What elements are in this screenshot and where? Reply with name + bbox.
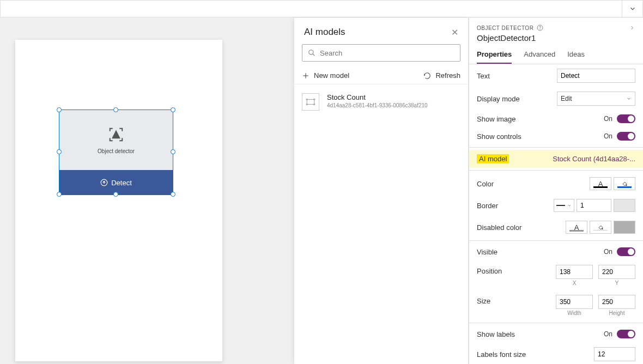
- svg-rect-5: [307, 100, 314, 105]
- prop-size-inputs: Width Height: [556, 295, 635, 316]
- prop-visible-label: Visible: [477, 248, 498, 256]
- new-model-label: New model: [314, 71, 349, 80]
- formula-bar: [0, 0, 643, 17]
- prop-text: Text: [469, 64, 643, 87]
- border-style-select[interactable]: [554, 199, 574, 212]
- size-width-input[interactable]: [556, 295, 593, 309]
- selection-handle[interactable]: [171, 107, 175, 112]
- model-item-text: Stock Count 4d14aa28-c581-4bf1-9336-0086…: [327, 93, 428, 111]
- prop-show-image: Show image On: [469, 110, 643, 128]
- component-name[interactable]: ObjectDetector1: [477, 33, 635, 43]
- prop-ai-model-value: Stock Count (4d14aa28-...: [553, 155, 635, 163]
- border-width-input[interactable]: [577, 199, 611, 212]
- prop-show-labels-value: On: [604, 330, 612, 338]
- model-item-name: Stock Count: [327, 93, 428, 101]
- selection-handle[interactable]: [171, 192, 175, 197]
- prop-show-labels-toggle-wrap: On: [604, 330, 635, 338]
- ai-models-header: AI models ✕: [294, 18, 468, 44]
- tab-properties[interactable]: Properties: [477, 50, 512, 64]
- refresh-button[interactable]: Refresh: [423, 71, 460, 80]
- prop-visible-toggle[interactable]: [617, 247, 635, 256]
- disabled-font-color-chip[interactable]: A: [566, 221, 587, 234]
- model-thumbnail: [302, 93, 319, 111]
- close-icon[interactable]: ✕: [451, 27, 458, 38]
- prop-display-mode-label: Display mode: [477, 95, 520, 103]
- prop-show-controls-toggle-wrap: On: [604, 132, 635, 141]
- prop-color-chips: A: [590, 177, 635, 190]
- prop-color-label: Color: [477, 180, 494, 188]
- refresh-icon: [423, 72, 431, 80]
- position-y-input[interactable]: [598, 265, 635, 279]
- search-box[interactable]: [302, 44, 460, 62]
- svg-point-8: [306, 104, 307, 105]
- prop-ai-model[interactable]: AI model Stock Count (4d14aa28-...: [469, 150, 643, 168]
- prop-show-labels-toggle[interactable]: [617, 330, 635, 338]
- prop-show-labels-label: Show labels: [477, 330, 515, 338]
- chevron-down-icon: [567, 203, 572, 208]
- prop-labels-font-size-label: Labels font size: [477, 350, 526, 359]
- prop-disabled-color-chips: A: [566, 221, 635, 234]
- selection-handle[interactable]: [171, 149, 175, 154]
- prop-size-label: Size: [477, 295, 490, 305]
- object-detector-control[interactable]: Object detector Detect: [59, 110, 173, 195]
- position-x-input[interactable]: [556, 265, 593, 279]
- detect-button-label: Detect: [111, 179, 132, 187]
- prop-visible-toggle-wrap: On: [604, 247, 635, 256]
- model-item-id: 4d14aa28-c581-4bf1-9336-0086c38af210: [327, 102, 428, 108]
- formula-dropdown[interactable]: [622, 0, 642, 17]
- selection-handle[interactable]: [113, 107, 118, 112]
- model-item-stock-count[interactable]: Stock Count 4d14aa28-c581-4bf1-9336-0086…: [294, 84, 468, 119]
- camera-frame-icon: [108, 126, 124, 143]
- prop-show-image-label: Show image: [477, 115, 516, 123]
- font-color-chip[interactable]: A: [590, 177, 611, 190]
- properties-panel: OBJECT DETECTOR ObjectDetector1 Properti…: [469, 18, 643, 364]
- models-actions: New model Refresh: [294, 67, 468, 84]
- selection-handle[interactable]: [57, 149, 62, 154]
- object-detector-label: Object detector: [98, 148, 135, 154]
- svg-point-11: [540, 29, 541, 29]
- ai-models-panel: AI models ✕ New model Refresh Stock Coun…: [294, 18, 469, 364]
- formula-input[interactable]: [1, 1, 622, 17]
- canvas-area[interactable]: Object detector Detect: [0, 18, 294, 364]
- new-model-button[interactable]: New model: [302, 71, 349, 80]
- plus-icon: [302, 72, 310, 80]
- position-y-sublabel: Y: [615, 280, 619, 286]
- help-icon[interactable]: [537, 25, 543, 31]
- size-height-sublabel: Height: [609, 310, 625, 316]
- selection-handle[interactable]: [113, 192, 118, 197]
- svg-point-1: [309, 50, 313, 54]
- prop-text-input[interactable]: [557, 69, 635, 83]
- prop-position-label: Position: [477, 265, 502, 275]
- prop-border: Border: [469, 195, 643, 216]
- disabled-border-color-chip[interactable]: [614, 221, 635, 234]
- size-height-input[interactable]: [598, 295, 635, 309]
- prop-show-labels: Show labels On: [469, 325, 643, 343]
- prop-show-controls-value: On: [604, 132, 612, 140]
- chevron-right-icon[interactable]: [629, 25, 635, 31]
- tab-advanced[interactable]: Advanced: [524, 50, 555, 64]
- prop-show-controls-toggle[interactable]: [617, 132, 635, 141]
- selection-handle[interactable]: [57, 192, 62, 197]
- prop-position: Position X Y: [469, 260, 643, 290]
- chevron-down-icon: [626, 96, 632, 101]
- component-type-label: OBJECT DETECTOR: [477, 25, 533, 31]
- prop-display-mode-select[interactable]: Edit: [557, 92, 635, 106]
- selection-handle[interactable]: [57, 107, 62, 112]
- upload-icon: [100, 179, 108, 186]
- svg-point-7: [314, 99, 315, 100]
- app-screen[interactable]: Object detector Detect: [15, 40, 222, 361]
- prop-display-mode-value: Edit: [561, 95, 572, 102]
- tab-ideas[interactable]: Ideas: [567, 50, 585, 64]
- border-color-chip[interactable]: [614, 199, 635, 212]
- disabled-fill-color-chip[interactable]: [590, 221, 611, 234]
- search-input[interactable]: [320, 49, 454, 57]
- prop-show-image-toggle[interactable]: [617, 114, 635, 123]
- search-icon: [308, 49, 316, 57]
- fill-color-chip[interactable]: [614, 177, 635, 190]
- prop-ai-model-label: AI model: [477, 154, 509, 163]
- component-type: OBJECT DETECTOR: [477, 25, 635, 31]
- prop-size: Size Width Height: [469, 290, 643, 320]
- chevron-down-icon: [629, 5, 636, 13]
- object-detector-preview: Object detector: [59, 110, 173, 170]
- labels-font-size-input[interactable]: [594, 347, 635, 361]
